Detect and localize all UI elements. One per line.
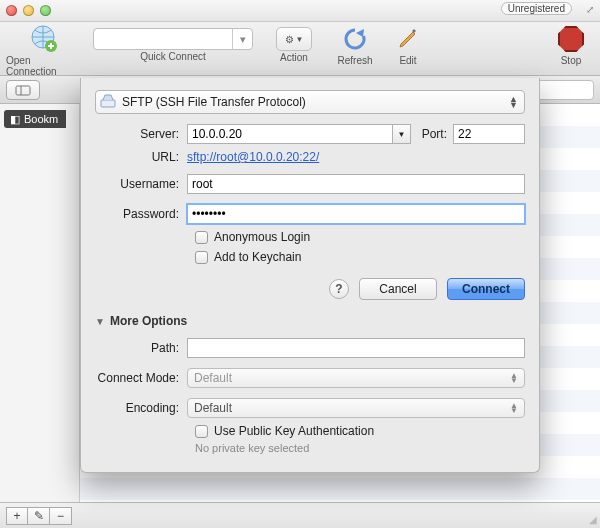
quick-connect-group: ▾ Quick Connect	[88, 24, 258, 62]
updown-icon: ▲▼	[510, 373, 518, 383]
bookmarks-tab[interactable]: ◧ Bookm	[4, 110, 66, 128]
stop-label: Stop	[561, 55, 582, 66]
quick-connect-combo[interactable]: ▾	[93, 28, 253, 50]
updown-icon: ▲▼	[509, 96, 520, 108]
port-input[interactable]	[453, 124, 525, 144]
stop-icon	[556, 24, 586, 54]
port-label: Port:	[411, 127, 453, 141]
toolbar: Open Connection ▾ Quick Connect ⚙ ▼ Acti…	[0, 22, 600, 76]
quick-connect-label: Quick Connect	[140, 51, 206, 62]
updown-icon: ▲▼	[510, 403, 518, 413]
add-to-keychain-checkbox[interactable]	[195, 251, 208, 264]
pencil-icon	[393, 24, 423, 54]
chevron-down-icon[interactable]: ▾	[232, 29, 252, 49]
cancel-button[interactable]: Cancel	[359, 278, 437, 300]
chevron-down-icon: ▼	[296, 35, 304, 44]
bookmark-icon: ◧	[10, 110, 20, 128]
edit-button[interactable]: Edit	[388, 24, 428, 66]
password-input[interactable]	[187, 204, 525, 224]
username-label: Username:	[95, 177, 187, 191]
encoding-label: Encoding:	[95, 401, 187, 415]
stop-button[interactable]: Stop	[548, 24, 594, 66]
svg-rect-3	[101, 100, 115, 107]
username-input[interactable]	[187, 174, 525, 194]
more-options-label: More Options	[110, 314, 187, 328]
path-label: Path:	[95, 341, 187, 355]
server-input[interactable]	[187, 124, 393, 144]
edit-label: Edit	[399, 55, 416, 66]
edit-item-button[interactable]: ✎	[28, 507, 50, 525]
close-window-button[interactable]	[6, 5, 17, 16]
minimize-window-button[interactable]	[23, 5, 34, 16]
sidebar	[0, 104, 80, 502]
remove-button[interactable]: −	[50, 507, 72, 525]
add-button[interactable]: +	[6, 507, 28, 525]
server-history-button[interactable]: ▼	[393, 124, 411, 144]
open-connection-button[interactable]: Open Connection	[6, 24, 80, 77]
unregistered-badge: Unregistered	[501, 2, 572, 15]
bookmarks-tab-label: Bookm	[24, 110, 58, 128]
encoding-value: Default	[194, 401, 232, 415]
globe-add-icon	[28, 24, 58, 54]
public-key-auth-checkbox[interactable]	[195, 425, 208, 438]
url-label: URL:	[95, 150, 187, 164]
action-label: Action	[280, 52, 308, 63]
fullscreen-icon[interactable]: ⤢	[586, 4, 594, 15]
gear-icon: ⚙	[285, 34, 294, 45]
resize-grip[interactable]: ◢	[589, 514, 597, 525]
connect-mode-label: Connect Mode:	[95, 371, 187, 385]
protocol-label: SFTP (SSH File Transfer Protocol)	[122, 95, 306, 109]
connect-button[interactable]: Connect	[447, 278, 525, 300]
connect-mode-value: Default	[194, 371, 232, 385]
refresh-button[interactable]: Refresh	[330, 24, 380, 66]
refresh-icon	[340, 24, 370, 54]
anonymous-login-label: Anonymous Login	[214, 230, 310, 244]
svg-rect-2	[16, 86, 30, 95]
help-button[interactable]: ?	[329, 279, 349, 299]
path-input[interactable]	[187, 338, 525, 358]
protocol-popup[interactable]: SFTP (SSH File Transfer Protocol) ▲▼	[95, 90, 525, 114]
disk-icon	[100, 94, 116, 111]
disclosure-triangle-icon: ▼	[95, 316, 105, 327]
public-key-auth-label: Use Public Key Authentication	[214, 424, 374, 438]
add-to-keychain-label: Add to Keychain	[214, 250, 301, 264]
open-connection-label: Open Connection	[6, 55, 80, 77]
password-label: Password:	[95, 207, 187, 221]
connect-mode-popup: Default ▲▼	[187, 368, 525, 388]
zoom-window-button[interactable]	[40, 5, 51, 16]
url-link[interactable]: sftp://root@10.0.0.20:22/	[187, 150, 319, 164]
titlebar: Unregistered ⤢	[0, 0, 600, 22]
refresh-label: Refresh	[337, 55, 372, 66]
private-key-hint: No private key selected	[195, 442, 525, 454]
connection-sheet: SFTP (SSH File Transfer Protocol) ▲▼ Ser…	[80, 78, 540, 473]
anonymous-login-checkbox[interactable]	[195, 231, 208, 244]
encoding-popup[interactable]: Default ▲▼	[187, 398, 525, 418]
bookmarks-toggle-button[interactable]	[6, 80, 40, 100]
bottom-toolbar: + ✎ −	[0, 502, 600, 528]
gear-dropdown[interactable]: ⚙ ▼	[276, 27, 312, 51]
action-button[interactable]: ⚙ ▼ Action	[266, 24, 322, 63]
chevron-down-icon: ▼	[398, 130, 406, 139]
more-options-disclosure[interactable]: ▼ More Options	[95, 314, 525, 328]
server-label: Server:	[95, 127, 187, 141]
window-controls	[6, 5, 51, 16]
